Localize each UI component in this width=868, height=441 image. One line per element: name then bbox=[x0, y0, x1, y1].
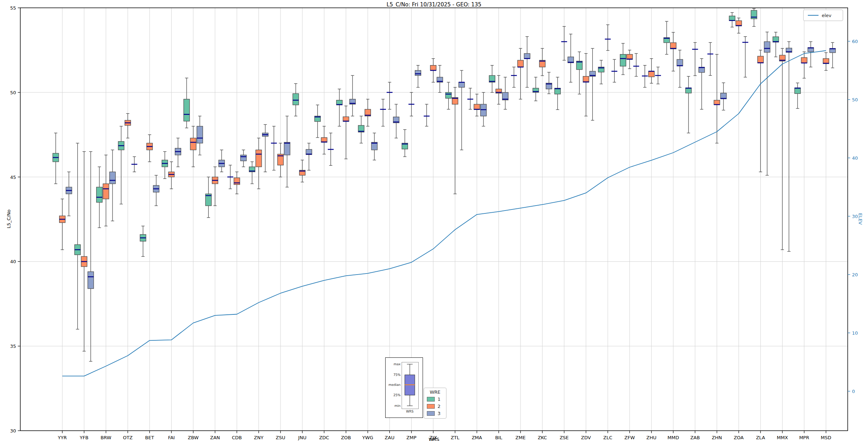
box-wre2-ZJX bbox=[430, 65, 436, 70]
box-wre2-MPR bbox=[801, 58, 807, 63]
legend-wre-row-1: 1 bbox=[427, 397, 443, 402]
box-wre3-ZMA bbox=[481, 104, 487, 116]
figure: 3035404550550102030405060YYRYFBBRWOTZBET… bbox=[0, 0, 868, 441]
tick-label-right: 60 bbox=[852, 39, 858, 44]
box-wre3-ZMP bbox=[415, 70, 421, 75]
elev-line-swatch bbox=[808, 15, 819, 16]
box-wre2-ZMA bbox=[474, 104, 480, 110]
box-wre2-ZME bbox=[518, 60, 524, 67]
inset-label-max: max bbox=[386, 362, 401, 366]
box-wre3-YFB bbox=[88, 272, 94, 289]
legend-wre-row-3: 3 bbox=[427, 411, 443, 416]
box-wre1-ZOA bbox=[729, 16, 735, 21]
box-wre1-ZBW bbox=[184, 99, 190, 121]
legend-wre-row-2: 2 bbox=[427, 404, 443, 409]
box-wre1-MPR bbox=[795, 88, 801, 94]
legend-wre-title: WRE bbox=[427, 389, 443, 395]
box-wre1-ZTL bbox=[445, 92, 451, 99]
tick-label-right: 0 bbox=[852, 389, 855, 394]
box-wre2-ZHN bbox=[714, 100, 720, 105]
box-wre3-ZME bbox=[524, 53, 530, 58]
inset-label-25: 25% bbox=[386, 393, 401, 397]
legend-elev: elev bbox=[803, 10, 843, 21]
inset-mini-boxplot bbox=[386, 358, 423, 418]
elev-line bbox=[62, 51, 826, 376]
y-axis-right-label: ELEV bbox=[858, 0, 863, 440]
box-wre3-ZHN bbox=[721, 93, 727, 99]
tick-label-right: 30 bbox=[852, 214, 858, 219]
tick-label-right: 40 bbox=[852, 155, 858, 161]
box-wre3-ZTL bbox=[459, 82, 465, 87]
wre1-swatch bbox=[427, 397, 435, 402]
box-wre2-ZNY bbox=[256, 150, 262, 167]
inset-xlabel: WRS bbox=[402, 410, 418, 413]
box-wre3-ZSU bbox=[284, 142, 290, 155]
box-wre3-CDB bbox=[241, 155, 247, 161]
box-wre2-ZHU bbox=[648, 71, 654, 77]
legend-wre: WRE 1 2 3 bbox=[424, 388, 446, 419]
box-wre2-ZDV bbox=[583, 76, 589, 83]
boxplot-chart-canvas: 3035404550550102030405060YYRYFBBRWOTZBET… bbox=[0, 0, 868, 441]
tick-label-right: 20 bbox=[852, 272, 858, 277]
legend-elev-label: elev bbox=[822, 13, 831, 18]
box-wre2-BRW bbox=[103, 184, 109, 199]
boxplot-key-inset: max 75% median 25% min WRS bbox=[385, 357, 423, 418]
tick-label-right: 10 bbox=[852, 330, 858, 336]
wre3-swatch bbox=[427, 411, 435, 416]
box-wre1-JNU bbox=[293, 94, 299, 105]
chart-title: L5_C/No: Fri 10/31/2025 - GEO: 135 bbox=[0, 1, 868, 8]
x-axis-label: WRS bbox=[0, 437, 868, 441]
box-wre1-BRW bbox=[96, 187, 103, 202]
inset-label-min: min bbox=[386, 404, 401, 408]
inset-label-median: median bbox=[386, 383, 401, 387]
box-wre3-MMD bbox=[677, 59, 683, 66]
box-wre2-ZLA bbox=[758, 56, 764, 63]
wre2-label: 2 bbox=[438, 404, 440, 409]
inset-label-75: 75% bbox=[386, 373, 401, 377]
axes-frame bbox=[20, 8, 848, 431]
box-wre2-ZBW bbox=[190, 138, 196, 150]
tick-label-right: 50 bbox=[852, 97, 858, 102]
box-wre3-BRW bbox=[110, 172, 116, 184]
wre1-label: 1 bbox=[438, 397, 440, 402]
box-wre2-CDB bbox=[234, 178, 240, 185]
box-wre3-ZLA bbox=[764, 42, 770, 52]
y-axis-left-label: L5_C/No bbox=[6, 0, 11, 440]
wre2-swatch bbox=[427, 404, 435, 409]
wre3-label: 3 bbox=[438, 411, 440, 416]
box-wre3-ZBW bbox=[197, 126, 203, 143]
box-wre1-ZFW bbox=[620, 54, 626, 66]
